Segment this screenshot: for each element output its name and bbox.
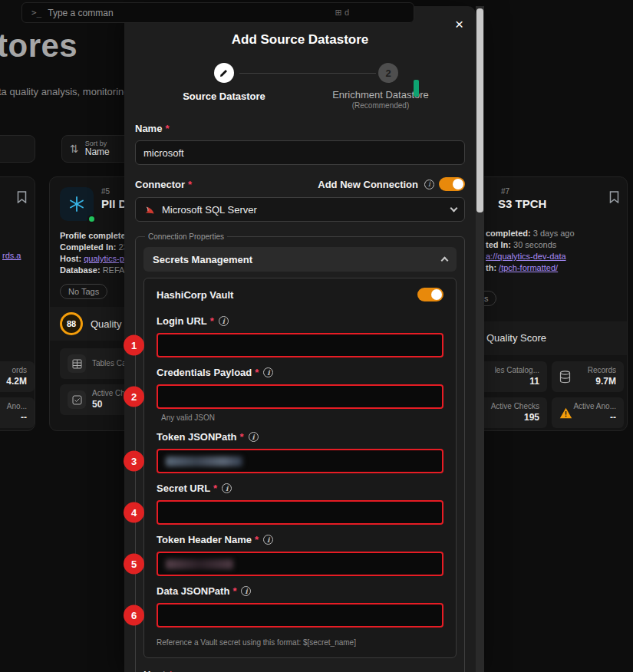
stat-label: les Catalog... <box>495 366 539 376</box>
stat-value: -- <box>610 412 616 423</box>
redacted-value <box>166 559 233 569</box>
credentials-payload-field: Credentials Payload * i 2 Any valid JSON <box>157 367 443 422</box>
required-asterisk: * <box>240 431 244 443</box>
info-icon[interactable]: i <box>241 586 251 596</box>
connection-properties-fieldset: Connection Properties Secrets Management… <box>135 232 465 672</box>
add-new-connection-toggle[interactable] <box>439 177 465 191</box>
host-link[interactable]: qualytics-pi <box>84 254 126 263</box>
stat-value: -- <box>21 412 27 423</box>
card-rank: #7 <box>501 187 509 196</box>
chevron-down-icon <box>450 205 458 212</box>
records-stat: ords 4.2M <box>0 361 35 392</box>
info-icon[interactable]: i <box>263 535 273 545</box>
meta-line: a://qualytics-dev-data <box>486 251 624 262</box>
connector-select[interactable]: Microsoft SQL Server <box>135 197 465 222</box>
stat-label: ords <box>12 366 27 376</box>
name-label: Name <box>135 123 162 134</box>
app-root: tores ta quality analysis, monitoring, a… <box>0 0 633 672</box>
annotation-badge-4: 4 <box>124 502 144 523</box>
stat-value: 9.7M <box>595 376 616 387</box>
sort-icon: ⇅ <box>70 143 79 155</box>
bucket-link[interactable]: a://qualytics-dev-data <box>486 252 566 261</box>
name-input[interactable] <box>135 140 465 165</box>
check-square-icon <box>68 390 86 409</box>
sort-text: Sort by Name <box>85 140 110 158</box>
step-2-indicator[interactable]: 2 <box>378 63 398 83</box>
page-title: tores <box>0 28 77 64</box>
meta-label: completed: <box>486 229 531 238</box>
info-icon[interactable]: i <box>424 180 434 189</box>
info-icon[interactable]: i <box>249 432 259 442</box>
modal-scrollbar-thumb[interactable] <box>476 8 483 212</box>
credentials-payload-helper: Any valid JSON <box>161 413 443 422</box>
required-asterisk: * <box>255 534 259 545</box>
annotation-badge-2: 2 <box>124 387 144 407</box>
data-jsonpath-field: Data JSONPath * i 6 <box>157 585 443 628</box>
meta-label: Profile completed <box>60 231 130 240</box>
host-field-label: Host * <box>143 669 457 672</box>
command-palette-bar[interactable]: >_ Type a comman ⊞ d <box>21 2 414 23</box>
vault-footer-note: Reference a Vault secret using this form… <box>157 638 443 647</box>
annotation-badge-6: 6 <box>124 605 144 626</box>
login-url-input[interactable] <box>157 333 443 357</box>
connector-row: Connector * Add New Connection i <box>135 177 465 191</box>
token-jsonpath-label: Token JSONPath <box>157 431 237 443</box>
stat-label: Ano... <box>7 402 27 412</box>
secrets-management-header[interactable]: Secrets Management <box>143 247 457 272</box>
close-icon[interactable]: × <box>455 17 463 31</box>
login-url-label: Login URL <box>157 315 207 327</box>
quality-score-label: Quality Score <box>486 332 546 344</box>
meta-label: Completed In: <box>60 242 116 252</box>
hashicorp-vault-toggle[interactable] <box>417 288 443 301</box>
command-input[interactable]: Type a comman <box>48 8 113 18</box>
token-header-name-field: Token Header Name * i 5 <box>157 534 443 576</box>
step-1-indicator[interactable] <box>214 63 234 83</box>
connector-label: Connector <box>135 179 185 190</box>
secret-url-label: Secret URL <box>157 483 210 494</box>
card-meta-lines: completed: 3 days ago ted In: 30 seconds… <box>486 228 624 274</box>
required-asterisk: * <box>232 585 236 597</box>
pencil-icon <box>219 68 229 77</box>
filter-control-partial[interactable] <box>0 135 35 163</box>
warning-icon <box>559 407 572 419</box>
info-icon[interactable]: i <box>263 367 273 377</box>
terminal-prompt-icon: >_ <box>31 8 41 18</box>
annotation-badge-5: 5 <box>124 554 144 575</box>
add-source-datastore-modal: × Add Source Datastore 2 Source Datastor… <box>124 6 476 672</box>
path-link[interactable]: /tpch-formatted/ <box>499 263 558 272</box>
modal-scrollbar-track[interactable] <box>476 6 484 672</box>
annotation-badge-1: 1 <box>124 335 144 356</box>
meta-label: Host: <box>60 254 81 263</box>
required-asterisk: * <box>210 315 214 327</box>
name-field-group: Name * <box>135 123 465 165</box>
bookmark-icon[interactable] <box>17 191 27 203</box>
meta-label: Database: <box>60 265 101 275</box>
data-jsonpath-input[interactable] <box>157 603 443 628</box>
host-link-fragment[interactable]: rds.a <box>2 251 21 260</box>
meta-line: th: /tpch-formatted/ <box>486 262 624 274</box>
anomalies-stat: Ano... -- <box>0 397 35 428</box>
token-header-name-input[interactable] <box>157 552 443 576</box>
required-asterisk: * <box>255 367 259 378</box>
table-grid-icon <box>68 354 86 373</box>
card-title: S3 TPCH <box>498 197 546 210</box>
host-label: Host <box>143 669 166 672</box>
secret-url-input[interactable] <box>157 500 443 525</box>
bookmark-icon[interactable] <box>609 191 619 203</box>
keyboard-shortcut-hint: ⊞ d <box>335 8 349 18</box>
info-icon[interactable]: i <box>222 483 232 493</box>
hashicorp-vault-section: HashiCorp Vault Login URL * i 1 <box>143 278 457 658</box>
meta-line: completed: 3 days ago <box>486 228 624 239</box>
token-jsonpath-input[interactable] <box>157 449 443 473</box>
meta-line: ted In: 30 seconds <box>486 239 624 251</box>
meta-label: ted In: <box>486 240 511 249</box>
no-tags-chip: No Tags <box>60 284 107 299</box>
background-button-fragment <box>414 80 419 97</box>
datastore-card-partial-left[interactable]: rds.a ords 4.2M Ano... -- <box>0 176 35 431</box>
stepper-connector-line <box>239 73 376 74</box>
vault-title: HashiCorp Vault <box>157 289 233 301</box>
credentials-payload-input[interactable] <box>157 384 443 409</box>
snowflake-icon <box>60 187 94 221</box>
secret-url-field: Secret URL * i 4 <box>157 483 443 525</box>
info-icon[interactable]: i <box>219 316 229 326</box>
